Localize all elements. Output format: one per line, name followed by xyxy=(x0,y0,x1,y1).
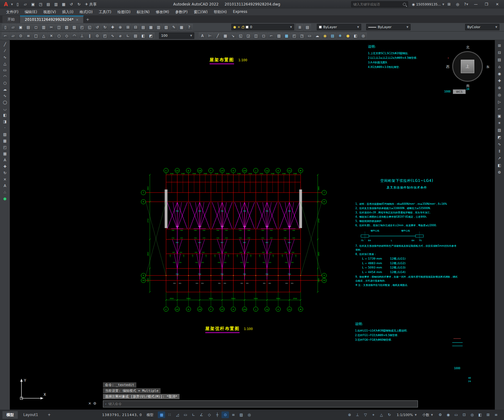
steering-wheel-icon[interactable]: ◉ xyxy=(496,71,503,77)
layer-off-icon[interactable]: ● xyxy=(344,32,351,39)
make-block-icon[interactable]: ◨ xyxy=(1,118,9,125)
group-icon[interactable]: ◫ xyxy=(252,32,260,39)
menu-item[interactable]: 绘图(D) xyxy=(114,9,134,15)
plotstyle-combo[interactable]: ByColor ▼ xyxy=(465,24,499,30)
tab-document[interactable]: 20101311264929928204* × xyxy=(20,16,84,23)
area-icon[interactable]: ▱ xyxy=(9,32,17,39)
markup-set-manager-icon[interactable]: ✎ xyxy=(170,24,177,31)
materials-icon[interactable]: ▨ xyxy=(496,127,503,133)
arc-icon[interactable]: ◠ xyxy=(1,73,9,80)
menu-item[interactable]: 格式(O) xyxy=(77,9,96,15)
tool-palettes-icon[interactable]: ▥ xyxy=(155,24,162,31)
open-icon[interactable]: ▱ xyxy=(22,1,29,8)
model-space-button[interactable]: 模型 xyxy=(143,412,156,418)
ucs-icon[interactable]: ∟ xyxy=(124,32,131,39)
snap-mode-icon[interactable]: ∷ xyxy=(166,411,173,418)
osnap-center-icon[interactable]: ○ xyxy=(55,32,63,39)
region-icon[interactable]: ◰ xyxy=(1,144,9,150)
undo-icon[interactable]: ↺ xyxy=(94,24,101,31)
osnap-intersection-icon[interactable]: ✕ xyxy=(48,32,55,39)
visual-style-icon[interactable]: ◧ xyxy=(496,162,503,168)
osnap-none-icon[interactable]: ⌀ xyxy=(117,32,124,39)
boundary-icon[interactable]: ◰ xyxy=(291,32,298,39)
gradient-icon[interactable]: ▩ xyxy=(1,138,9,144)
ellipse-arc-icon[interactable]: ◡ xyxy=(1,106,9,112)
measure-icon[interactable]: ⌐ xyxy=(268,32,275,39)
text-icon[interactable]: A xyxy=(1,183,9,189)
ortho-icon[interactable]: ∟ xyxy=(190,411,197,418)
move-icon[interactable]: ✚ xyxy=(1,163,9,170)
close-button[interactable]: ✕ xyxy=(492,0,502,8)
osnap-node-icon[interactable]: ⊙ xyxy=(94,32,101,39)
account-button[interactable]: ◉ 1505999135... ▼ xyxy=(412,2,444,6)
plot-preview-icon[interactable]: ◻ xyxy=(32,24,40,31)
rotate-icon[interactable]: ↻ xyxy=(1,170,9,176)
customize-icon[interactable]: ≡ xyxy=(492,411,500,418)
show-motion-icon[interactable]: ▷ xyxy=(496,99,503,105)
infer-constraints-icon[interactable]: ◿ xyxy=(174,411,181,418)
hatch-icon[interactable]: ▨ xyxy=(275,32,282,39)
zoom-realtime-icon[interactable]: ⊕ xyxy=(117,24,124,31)
save-icon[interactable]: ▣ xyxy=(29,1,36,8)
lock-ui-icon[interactable]: ⊡ xyxy=(460,411,468,418)
layer-freeze-icon[interactable]: ❄ xyxy=(337,32,344,39)
viewcube-west-label[interactable]: 西 xyxy=(446,65,449,69)
object-snap-tracking-icon[interactable]: ┼ xyxy=(214,411,221,418)
model-tab[interactable]: 模型 xyxy=(2,411,18,419)
point-icon[interactable]: · xyxy=(1,125,9,131)
polygon-icon[interactable]: △ xyxy=(1,61,9,67)
workspace-switching-icon[interactable]: ⚙ xyxy=(437,411,444,418)
share-button[interactable]: ✈ 共享 xyxy=(85,2,97,7)
save-icon[interactable]: ▣ xyxy=(17,24,24,31)
copy-icon[interactable]: ◫ xyxy=(55,24,63,31)
selection-cycling-icon[interactable]: ◎ xyxy=(245,411,253,418)
menu-item[interactable]: 编辑(E) xyxy=(21,9,40,15)
minimize-button[interactable]: — xyxy=(471,0,481,8)
transparency-icon[interactable]: ▨ xyxy=(237,411,245,418)
point-style-icon[interactable]: ∴ xyxy=(1,189,9,195)
viewcube[interactable]: 北 ▸ 上 西 东 南 24 xyxy=(446,44,490,91)
wipeout-icon[interactable]: ▭ xyxy=(306,32,313,39)
spline-icon[interactable]: ∿ xyxy=(1,93,9,99)
circle-icon[interactable]: ○ xyxy=(1,80,9,86)
dynamic-ucs-icon[interactable]: ⊥ xyxy=(354,411,361,418)
ellipse-icon[interactable]: ◯ xyxy=(1,99,9,105)
viewport-grid-icon[interactable]: ⊞ xyxy=(496,43,503,49)
settings-icon[interactable]: ⚙ xyxy=(496,169,503,175)
osnap-midpoint-icon[interactable]: △ xyxy=(40,32,47,39)
sheet-set-manager-icon[interactable]: ▧ xyxy=(163,24,170,31)
fly-icon[interactable]: ↗ xyxy=(496,155,503,161)
app-menu-caret-icon[interactable]: ▼ xyxy=(11,3,13,6)
quickcalc-icon[interactable]: ▦ xyxy=(178,24,185,31)
rectangle-icon[interactable]: ▭ xyxy=(1,67,9,73)
osnap-tangent-icon[interactable]: ◠ xyxy=(71,32,78,39)
linetype-combo[interactable]: ByLayer ▼ xyxy=(366,24,411,30)
maximize-button[interactable]: ❐ xyxy=(482,0,491,8)
pan-icon[interactable]: ✚ xyxy=(109,24,116,31)
orbit-icon[interactable]: ◎ xyxy=(496,92,503,98)
plot-icon[interactable]: ▤ xyxy=(25,24,32,31)
osnap-parallel-icon[interactable]: ∥ xyxy=(86,32,93,39)
annotation-scale-combo[interactable]: 1:1/100% ▼ xyxy=(395,412,419,418)
graphics-performance-icon[interactable]: ◧ xyxy=(476,411,484,418)
app-logo-icon[interactable]: A xyxy=(2,1,10,8)
isolate-objects-icon[interactable]: ◎ xyxy=(468,411,476,418)
publish-icon[interactable]: ▥ xyxy=(40,24,47,31)
qnew-icon[interactable]: ▯ xyxy=(14,1,21,8)
osnap-quadrant-icon[interactable]: ◇ xyxy=(63,32,70,39)
open-icon[interactable]: ▱ xyxy=(9,24,17,31)
layer-walk-icon[interactable]: ▤ xyxy=(329,32,336,39)
polyline-icon[interactable]: ∿ xyxy=(1,54,9,60)
ungroup-icon[interactable]: ◻ xyxy=(260,32,267,39)
search-input[interactable] xyxy=(353,2,403,6)
osnap-nearest-icon[interactable]: ∿ xyxy=(109,32,116,39)
paste-icon[interactable]: ▧ xyxy=(63,24,70,31)
cut-icon[interactable]: ✂ xyxy=(48,24,55,31)
grid-icon[interactable]: ▦ xyxy=(158,411,165,418)
designcenter-icon[interactable]: ▦ xyxy=(147,24,154,31)
save-to-web-icon[interactable]: ▥ xyxy=(52,1,59,8)
menu-item[interactable]: 文件(F) xyxy=(3,9,21,15)
zoom-previous-icon[interactable]: ⊟ xyxy=(132,24,139,31)
color-combo[interactable]: ByLayer ▼ xyxy=(317,24,361,30)
menu-item[interactable]: 插入(I) xyxy=(59,9,77,15)
